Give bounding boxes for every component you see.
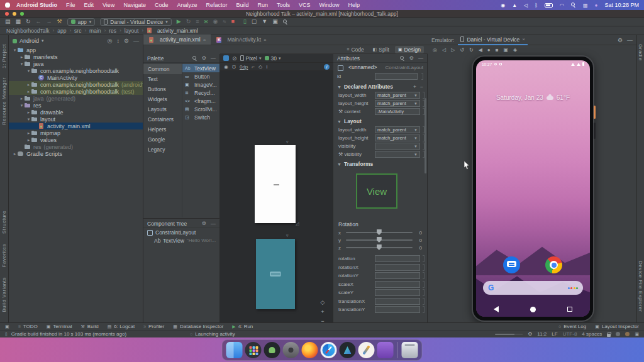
slider-thumb[interactable] [377,237,382,243]
device-dropdown[interactable]: Daniel - Virtual Device▾ [100,18,171,26]
menu-item-build[interactable]: Build [236,2,248,8]
id-input[interactable] [375,73,418,80]
attribute-value-layout-width[interactable]: match_parent▼ [375,126,420,133]
hide-panel-icon[interactable]: — [418,55,423,61]
tree-item-mipmap[interactable]: ▸mipmap [9,129,143,136]
run-icon[interactable]: ▶ [177,19,181,25]
wifi-icon[interactable]: ◠ [560,3,564,8]
coverage-icon[interactable]: ◉ [213,19,218,25]
tree-expand-icon[interactable]: ▾ [19,103,25,108]
profiler-icon[interactable]: ≈ [223,19,226,25]
tool-window-button-favorites[interactable]: Favorites [1,244,7,267]
close-icon[interactable]: × [522,36,525,42]
settings-gear-icon[interactable]: ⚙ [124,38,129,44]
breadcrumb-layout[interactable]: layout [125,28,139,34]
indent-setting[interactable]: 4 spaces [582,331,602,337]
attributes-scrollbar[interactable] [425,98,426,173]
tool-button-build[interactable]: ⚒Build [81,324,99,329]
dock-android-studio-icon[interactable] [340,342,356,358]
minimize-window-button[interactable] [13,12,16,16]
dock-trash-icon[interactable] [402,342,418,358]
menu-item-help[interactable]: Help [348,2,360,8]
guidelines-icon[interactable]: ⌐ [252,64,255,70]
tree-item-mainactivity[interactable]: MainActivity [9,74,143,81]
menu-item-code[interactable]: Code [155,2,169,8]
camera-icon[interactable]: ▣ [504,47,509,53]
autoconnect-magnet-icon[interactable]: Ω [232,64,236,70]
snapshots-icon[interactable]: ◈ [513,47,517,53]
spotlight-icon[interactable] [571,3,576,8]
tool-button-profiler[interactable]: ≈Profiler [143,324,164,329]
info-icon[interactable]: i [324,64,330,70]
attribute-value-layout-height[interactable]: match_parent▼ [375,134,420,141]
breadcrumb-main[interactable]: main [89,28,101,34]
attribute-value-visibility[interactable]: ▼ [375,143,420,150]
background-task[interactable]: ◌ Launching activity [190,331,235,337]
menu-item-navigate[interactable]: Navigate [123,2,146,8]
mode-design[interactable]: ▣Design [395,46,424,53]
chrome-app-icon[interactable] [545,256,562,273]
menu-item-vcs[interactable]: VCS [299,2,311,8]
settings-gear-icon[interactable]: ⚙ [202,55,206,61]
search-everywhere-icon[interactable] [283,19,288,25]
tree-item-com-example-neighborhoodtalk[interactable]: ▾com.example.neighborhoodtalk [9,67,143,74]
breadcrumb-app[interactable]: app [57,28,66,34]
tree-expand-icon[interactable]: ▸ [26,82,31,87]
locate-file-icon[interactable]: ◎ [108,38,113,44]
stop-icon[interactable]: ■ [231,19,234,25]
run-configuration-dropdown[interactable]: app▾ [67,18,96,26]
tree-item-gradle-scripts[interactable]: ▸Gradle Scripts [9,150,143,157]
dock-notes-app-icon[interactable] [377,342,394,358]
dock-design-app-icon[interactable] [358,342,375,358]
close-icon[interactable]: × [203,37,206,43]
breadcrumb-neighborhoodtalk[interactable]: NeighborhoodTalk [6,28,50,34]
collapse-all-icon[interactable]: ↕ [116,38,119,44]
orientation-icon[interactable]: ⊘ [232,55,237,62]
power-icon[interactable]: ◎ [433,47,437,53]
apply-changes-icon[interactable]: ↻ [186,19,191,25]
volume-down-icon[interactable]: ◁ [442,47,446,53]
palette-category-helpers[interactable]: Helpers [143,124,182,134]
phone-screen[interactable]: 10:27 Saturday, Jan 23 61°F [476,60,590,317]
eject-icon[interactable]: ▲ [512,3,517,8]
build-hammer-icon[interactable]: ⚒ [57,19,62,25]
tab-mainactivity-kt[interactable]: MainActivity.kt× [211,35,271,45]
notification-icon[interactable] [616,332,620,336]
tool-window-button-gradle[interactable]: Gradle [638,44,643,61]
tree-expand-icon[interactable]: ▾ [26,69,31,74]
battery-icon[interactable] [545,3,553,8]
dock-emulator-app-icon[interactable] [264,342,280,358]
tool-window-button-device-file-explorer[interactable]: Device File Explorer [638,261,643,312]
tool-button-terminal[interactable]: ▣Terminal [47,324,72,329]
tree-expand-icon[interactable]: ▾ [19,62,25,67]
line-separator[interactable]: LF [552,331,557,337]
component-textview[interactable]: AbTextView"Hello Worl... [143,236,219,244]
palette-category-common[interactable]: Common [143,64,182,74]
control-center-icon[interactable]: ▥ [583,3,588,8]
rotate-right-icon[interactable]: ↻ [469,47,474,53]
tree-item-values[interactable]: ▸values [9,136,143,143]
hide-panel-icon[interactable]: — [211,55,216,61]
back-icon[interactable]: ← [36,19,42,25]
gradle-icon[interactable] [625,332,630,336]
menu-item-analyze[interactable]: Analyze [177,2,197,8]
mode-split[interactable]: ◧Split [370,46,392,53]
pan-icon[interactable]: ◇ [258,64,262,70]
layout-header[interactable]: ▼Layout [333,117,427,126]
field-input-rotationx[interactable] [375,264,420,271]
tree-item-activity-main-xml[interactable]: activity_main.xml [9,123,143,129]
close-icon[interactable]: × [264,37,267,43]
menu-item-edit[interactable]: Edit [84,2,94,8]
tree-expand-icon[interactable]: ▸ [19,55,25,60]
tool-button-database-inspector[interactable]: ▦Database Inspector [173,324,223,329]
nav-overview-icon[interactable] [567,307,572,312]
zoom-in-icon[interactable]: + [321,309,324,315]
settings-gear-icon[interactable]: ⚙ [409,55,414,61]
hide-panel-icon[interactable]: — [133,38,139,44]
back-icon[interactable]: ◀ [479,47,482,53]
attribute-value-layout-width[interactable]: match_parent▼ [375,92,420,99]
field-input-rotation[interactable] [375,255,420,262]
tool-window-button-structure[interactable]: Structure [1,211,7,234]
volume-up-icon[interactable]: ▷ [451,47,455,53]
tool-button-layout-inspector[interactable]: ▣Layout Inspector [595,324,639,329]
